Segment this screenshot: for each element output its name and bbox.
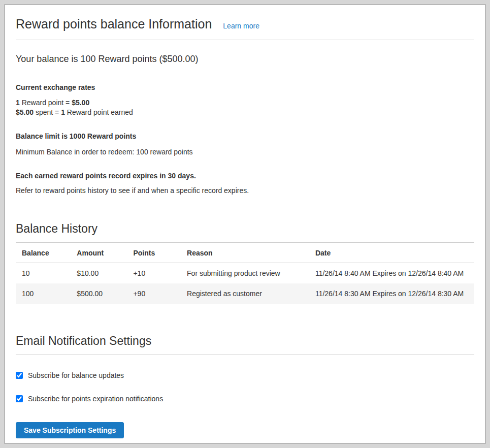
table-row: 10 $10.00 +10 For submitting product rev… [16,263,474,284]
balance-updates-label[interactable]: Subscribe for balance updates [28,371,124,379]
cell-balance: 100 [16,283,71,304]
earn-rate-points: 1 [16,99,20,107]
balance-updates-checkbox[interactable] [16,372,23,379]
expiration-notifications-checkbox[interactable] [16,395,23,402]
spend-rate-amount: $5.00 [16,108,34,116]
email-notification-section: Email Notification Settings Subscribe fo… [16,334,474,438]
table-header-row: Balance Amount Points Reason Date [16,243,474,263]
column-header-points: Points [127,243,181,263]
spend-rate-tail: Reward point earned [65,108,133,116]
cell-amount: $500.00 [71,283,127,304]
earn-rate-mid: Reward point = [20,99,72,107]
expiration-notifications-option: Subscribe for points expiration notifica… [16,395,474,403]
reward-points-panel: Reward points balance Information Learn … [4,4,486,444]
balance-limit-text: Balance limit is 1000 Reward points [16,132,474,141]
cell-reason: For submitting product review [181,263,309,284]
learn-more-link[interactable]: Learn more [223,22,259,30]
cell-points: +10 [127,263,181,284]
save-subscription-settings-button[interactable]: Save Subscription Settings [16,422,124,438]
expiry-note-text: Refer to reward points history to see if… [16,186,474,196]
page-title: Reward points balance Information [16,17,212,31]
column-header-balance: Balance [16,243,71,263]
page-header: Reward points balance Information Learn … [16,17,474,40]
spend-rate-mid: spent = [34,108,61,116]
column-header-amount: Amount [71,243,127,263]
balance-updates-option: Subscribe for balance updates [16,371,474,379]
cell-date: 11/26/14 8:30 AM Expires on 12/26/14 8:3… [309,283,474,304]
balance-history-heading: Balance History [16,222,474,243]
balance-summary: Your balance is 100 Reward points ($500.… [16,54,474,65]
spend-rate-line: $5.00 spent = 1 Reward point earned [16,108,474,117]
earn-rate-line: 1 Reward point = $5.00 [16,98,474,108]
column-header-reason: Reason [181,243,309,263]
page-background: Reward points balance Information Learn … [0,0,490,448]
cell-amount: $10.00 [71,263,127,284]
cell-points: +90 [127,283,181,304]
expiration-notifications-label[interactable]: Subscribe for points expiration notifica… [28,395,163,403]
cell-balance: 10 [16,263,71,284]
cell-date: 11/26/14 8:40 AM Expires on 12/26/14 8:4… [309,263,474,284]
exchange-rates-heading: Current exchange rates [16,83,474,92]
earn-rate-amount: $5.00 [72,99,89,107]
spend-rate-points: 1 [61,108,65,116]
expiry-text: Each earned reward points record expires… [16,171,474,181]
minimum-redeem-text: Minimum Balance in order to redeem: 100 … [16,147,474,157]
balance-history-section: Balance History Balance Amount Points Re… [16,222,474,304]
balance-history-table: Balance Amount Points Reason Date 10 $10… [16,243,474,304]
email-settings-heading: Email Notification Settings [16,334,474,355]
column-header-date: Date [309,243,474,263]
cell-reason: Registered as customer [181,283,309,304]
table-row: 100 $500.00 +90 Registered as customer 1… [16,283,474,304]
